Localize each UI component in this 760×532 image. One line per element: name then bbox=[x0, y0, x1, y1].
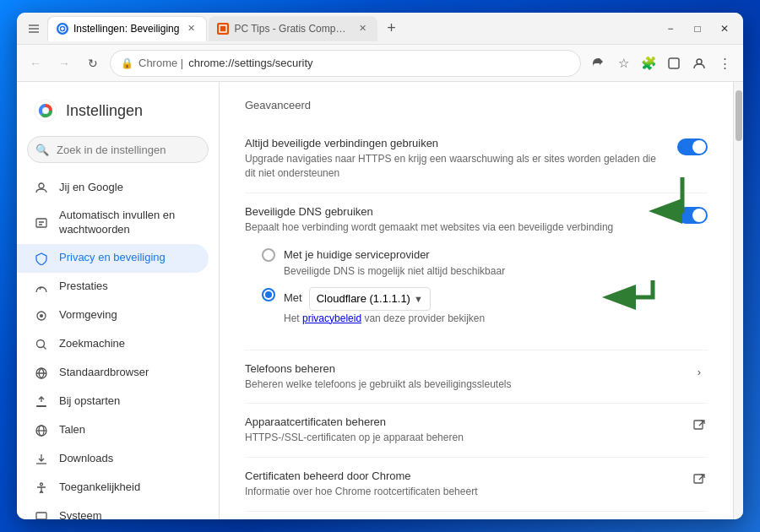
tab-pctips[interactable]: PC Tips - Gratis Computer Tips, ... ✕ bbox=[209, 16, 377, 41]
sidebar-item-default-browser[interactable]: Standaardbrowser bbox=[17, 359, 209, 388]
window-controls: − □ ✕ bbox=[659, 17, 736, 41]
sidebar: Instellingen 🔍 Jij en Google Automatisch… bbox=[17, 82, 220, 519]
sidebar-item-downloads[interactable]: Downloads bbox=[17, 445, 209, 474]
sidebar-item-languages[interactable]: Talen bbox=[17, 416, 209, 445]
svg-point-12 bbox=[40, 314, 43, 318]
sidebar-label-system: Systeem bbox=[59, 509, 102, 519]
svg-point-9 bbox=[39, 183, 44, 188]
sidebar-item-startup[interactable]: Bij opstarten bbox=[17, 388, 209, 416]
setting-phones-text: Telefoons beheren Beheren welke telefoon… bbox=[245, 362, 691, 392]
user-icon[interactable] bbox=[687, 52, 711, 75]
setting-dns: Beveiligde DNS gebruiken Bepaalt hoe ver… bbox=[245, 193, 708, 350]
setting-dns-text: Beveiligde DNS gebruiken Bepaalt hoe ver… bbox=[245, 205, 677, 235]
svg-rect-10 bbox=[36, 219, 46, 227]
setting-certs-desc: HTTPS-/SSL-certificaten op je apparaat b… bbox=[245, 431, 677, 445]
section-title: Geavanceerd bbox=[245, 99, 708, 111]
tab-title-pctips: PC Tips - Gratis Computer Tips, ... bbox=[234, 23, 350, 35]
svg-rect-1 bbox=[220, 25, 226, 32]
setting-https-name: Altijd beveiligde verbindingen gebruiken bbox=[245, 137, 664, 149]
dns-privacy-text: Het privacybeleid van deze provider beki… bbox=[284, 312, 485, 324]
sidebar-item-privacy[interactable]: Privacy en beveiliging bbox=[17, 244, 209, 273]
tab-settings[interactable]: Instellingen: Beveiliging ✕ bbox=[47, 16, 207, 41]
main-content: Instellingen 🔍 Jij en Google Automatisch… bbox=[17, 82, 743, 519]
new-tab-button[interactable]: + bbox=[379, 17, 403, 41]
scrollbar-thumb[interactable] bbox=[736, 90, 742, 141]
setting-dns-desc: Bepaalt hoe verbinding wordt gemaakt met… bbox=[245, 220, 664, 235]
address-bar: ← → ↻ 🔒 Chrome | chrome://settings/secur… bbox=[17, 45, 743, 82]
sidebar-label-autofill: Automatisch invullen enwachtwoorden bbox=[59, 209, 175, 237]
setting-chrome-certs[interactable]: Certificaten beheerd door Chrome Informa… bbox=[245, 458, 708, 512]
toggle-https[interactable] bbox=[677, 138, 708, 155]
svg-rect-22 bbox=[694, 475, 703, 483]
tab-strip-controls[interactable] bbox=[24, 19, 44, 39]
close-button[interactable]: ✕ bbox=[713, 17, 736, 41]
setting-phones[interactable]: Telefoons beheren Beheren welke telefoon… bbox=[245, 350, 708, 404]
tab-bar: Instellingen: Beveiliging ✕ PC Tips - Gr… bbox=[47, 16, 652, 41]
dns-provider-dropdown[interactable]: Cloudflare (1.1.1.1) ▼ bbox=[309, 287, 431, 311]
profile-icon[interactable] bbox=[662, 52, 686, 75]
dns-option2[interactable]: Met Cloudflare (1.1.1.1) ▼ Het privacybe… bbox=[262, 282, 505, 329]
svg-rect-19 bbox=[36, 513, 46, 519]
shield-icon bbox=[34, 251, 49, 266]
sidebar-label-languages: Talen bbox=[59, 423, 85, 437]
sidebar-item-system[interactable]: Systeem bbox=[17, 502, 209, 519]
green-arrow-2 bbox=[598, 276, 657, 322]
languages-icon bbox=[34, 423, 49, 438]
external-link-certs-icon bbox=[691, 417, 708, 434]
extension-puzzle-icon[interactable]: 🧩 bbox=[637, 52, 660, 75]
sidebar-label-privacy: Privacy en beveiliging bbox=[59, 251, 166, 265]
privacy-policy-link[interactable]: privacybeleid bbox=[302, 312, 361, 324]
radio-custom[interactable] bbox=[262, 288, 275, 301]
sidebar-search[interactable]: 🔍 bbox=[27, 136, 209, 163]
chrome-logo bbox=[34, 99, 57, 122]
forward-button[interactable]: → bbox=[52, 52, 76, 75]
dns-option1-text: Met je huidige serviceprovider Beveiligd… bbox=[284, 247, 505, 276]
setting-chrome-certs-name: Certificaten beheerd door Chrome bbox=[245, 470, 677, 482]
sidebar-item-google[interactable]: Jij en Google bbox=[17, 173, 209, 202]
refresh-button[interactable]: ↻ bbox=[81, 52, 105, 75]
person-icon bbox=[34, 180, 49, 195]
dns-dropdown-row: Met Cloudflare (1.1.1.1) ▼ bbox=[284, 287, 485, 311]
search-input[interactable] bbox=[27, 136, 209, 163]
startup-icon bbox=[34, 394, 49, 410]
sidebar-label-default-browser: Standaardbrowser bbox=[59, 366, 149, 380]
setting-advanced-security[interactable]: Het Google-programma 'Geavanceerde bevei… bbox=[245, 512, 708, 519]
setting-phones-name: Telefoons beheren bbox=[245, 362, 677, 375]
tab-close-pctips[interactable]: ✕ bbox=[356, 22, 369, 35]
setting-https-desc: Upgrade navigaties naar HTTPS en krijg e… bbox=[245, 152, 664, 181]
setting-certs-name: Apparaatcertificaten beheren bbox=[245, 415, 677, 428]
setting-certs[interactable]: Apparaatcertificaten beheren HTTPS-/SSL-… bbox=[245, 404, 708, 458]
setting-phones-desc: Beheren welke telefoons je gebruikt als … bbox=[245, 377, 677, 392]
sidebar-label-startup: Bij opstarten bbox=[59, 394, 120, 409]
svg-point-8 bbox=[43, 108, 48, 113]
minimize-button[interactable]: − bbox=[659, 17, 682, 41]
content-area: Geavanceerd Altijd beveiligde verbinding… bbox=[220, 82, 733, 519]
downloads-icon bbox=[34, 452, 49, 467]
maximize-button[interactable]: □ bbox=[686, 17, 709, 41]
radio-isp[interactable] bbox=[262, 248, 275, 262]
sidebar-item-performance[interactable]: Prestaties bbox=[17, 273, 209, 301]
dns-option2-text: Met Cloudflare (1.1.1.1) ▼ Het privacybe… bbox=[284, 287, 485, 324]
share-icon[interactable] bbox=[586, 52, 610, 75]
more-options-icon[interactable]: ⋮ bbox=[713, 52, 736, 75]
dropdown-chevron-icon: ▼ bbox=[414, 294, 423, 304]
sidebar-item-autofill[interactable]: Automatisch invullen enwachtwoorden bbox=[17, 202, 209, 244]
sidebar-item-accessibility[interactable]: Toegankelijkheid bbox=[17, 474, 209, 502]
bookmark-icon[interactable]: ☆ bbox=[611, 52, 635, 75]
address-scheme: Chrome | bbox=[138, 57, 183, 69]
setting-certs-text: Apparaatcertificaten beheren HTTPS-/SSL-… bbox=[245, 415, 691, 445]
browser-icon bbox=[34, 366, 49, 381]
scrollbar-track[interactable] bbox=[733, 82, 743, 519]
address-input-container[interactable]: 🔒 Chrome | chrome://settings/security bbox=[110, 50, 581, 77]
sidebar-item-appearance[interactable]: Vormgeving bbox=[17, 301, 209, 330]
back-button[interactable]: ← bbox=[24, 52, 47, 75]
sidebar-label-google: Jij en Google bbox=[59, 181, 123, 195]
svg-point-13 bbox=[37, 339, 45, 347]
sidebar-title: Instellingen bbox=[66, 102, 143, 120]
sidebar-label-search: Zoekmachine bbox=[59, 337, 125, 351]
sidebar-item-search[interactable]: Zoekmachine bbox=[17, 330, 209, 359]
svg-rect-2 bbox=[669, 58, 679, 68]
tab-close-settings[interactable]: ✕ bbox=[184, 22, 198, 35]
performance-icon bbox=[34, 280, 49, 295]
dns-option1[interactable]: Met je huidige serviceprovider Beveiligd… bbox=[262, 242, 505, 281]
